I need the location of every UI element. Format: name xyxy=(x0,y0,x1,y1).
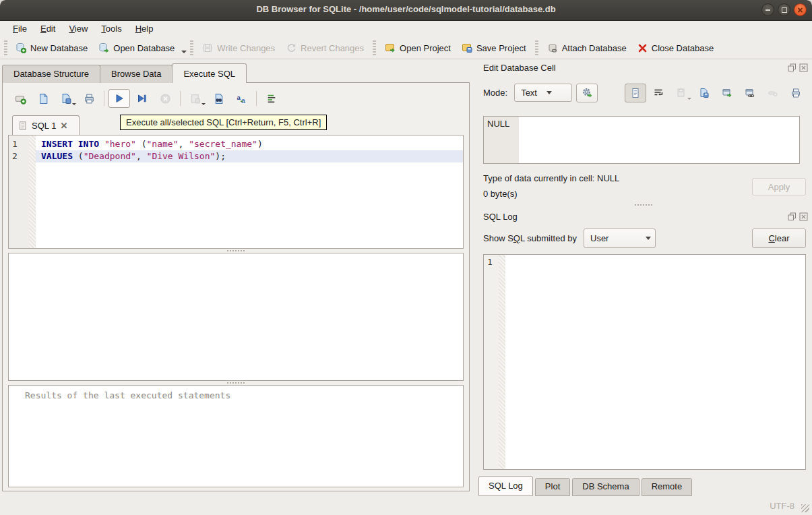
open-external-icon xyxy=(722,88,732,98)
copy-link-button[interactable] xyxy=(739,84,761,102)
close-database-icon xyxy=(637,43,648,53)
word-wrap-icon xyxy=(653,88,664,98)
window-controls xyxy=(761,3,807,16)
sql-1-tab[interactable]: SQL 1 ✕ xyxy=(12,115,80,135)
mode-select[interactable]: Text xyxy=(514,84,572,102)
maximize-icon xyxy=(782,7,787,13)
auto-switch-mode-button[interactable] xyxy=(576,84,598,102)
menubar: File Edit View Tools Help xyxy=(0,21,812,36)
word-wrap-button[interactable] xyxy=(648,84,669,102)
save-results-button xyxy=(185,89,206,108)
text-mode-button[interactable] xyxy=(625,84,646,102)
dock-tab-bar: SQL Log Plot DB Schema Remote xyxy=(478,476,694,496)
minimize-button[interactable] xyxy=(761,3,774,16)
execute-all-button[interactable] xyxy=(108,89,130,108)
sql-toolbar-separator xyxy=(256,91,257,106)
open-sql-file-button[interactable] xyxy=(32,89,54,108)
format-sql-button[interactable] xyxy=(261,89,282,108)
resize-grip-icon[interactable] xyxy=(801,504,809,512)
mode-row: Mode: Text xyxy=(483,83,807,102)
edit-cell-dock-buttons xyxy=(788,63,808,72)
menu-edit[interactable]: Edit xyxy=(34,22,61,35)
sql-log-filter-row: Show SQL submitted by User Clear xyxy=(483,228,806,249)
close-database-button[interactable]: Close Database xyxy=(632,40,720,56)
set-null-button xyxy=(762,84,784,102)
new-sql-tab-button[interactable] xyxy=(9,89,31,108)
open-database-label: Open Database xyxy=(113,43,175,53)
open-project-button[interactable]: Open Project xyxy=(379,40,456,56)
find-button[interactable] xyxy=(208,89,229,108)
main-tab-bar: Database Structure Browse Data Execute S… xyxy=(2,64,246,83)
tab-sql-log[interactable]: SQL Log xyxy=(478,476,533,496)
write-changes-button: Write Changes xyxy=(197,40,280,56)
menu-tools[interactable]: Tools xyxy=(95,22,127,35)
edit-cell-title: Edit Database Cell xyxy=(483,63,556,73)
print-cell-button[interactable] xyxy=(785,84,807,102)
execution-log-pane[interactable]: Results of the last executed statements xyxy=(8,385,464,487)
mode-label: Mode: xyxy=(483,88,507,98)
toolbar-drag-handle[interactable] xyxy=(4,40,7,55)
import-icon xyxy=(676,88,687,98)
tab-database-structure[interactable]: Database Structure xyxy=(2,65,100,83)
sql-log-area[interactable]: 1 xyxy=(483,254,806,470)
close-icon[interactable] xyxy=(799,212,808,221)
tab-execute-sql[interactable]: Execute SQL xyxy=(172,63,247,83)
execute-current-line-button[interactable] xyxy=(131,89,153,108)
revert-changes-button: Revert Changes xyxy=(280,40,369,56)
results-grid-pane[interactable] xyxy=(8,253,464,381)
new-database-icon xyxy=(15,42,26,53)
new-tab-icon xyxy=(15,93,26,104)
menu-file[interactable]: File xyxy=(7,22,33,35)
main-vertical-splitter[interactable] xyxy=(470,62,475,493)
cell-value-editor[interactable]: NULL xyxy=(483,116,800,164)
print-icon xyxy=(84,93,95,104)
maximize-button[interactable] xyxy=(778,3,790,16)
tab-browse-data[interactable]: Browse Data xyxy=(100,65,173,83)
new-database-button[interactable]: New Database xyxy=(10,40,93,56)
gear-arrow-icon xyxy=(582,87,593,98)
open-database-button[interactable]: Open Database xyxy=(93,40,180,56)
stop-icon xyxy=(160,93,171,104)
submitted-by-select[interactable]: User xyxy=(584,229,656,248)
menu-view[interactable]: View xyxy=(63,22,94,35)
float-icon[interactable] xyxy=(788,212,797,221)
set-null-icon xyxy=(768,88,778,98)
attach-database-label: Attach Database xyxy=(562,43,627,53)
dock-splitter[interactable] xyxy=(475,202,812,208)
open-external-button[interactable] xyxy=(716,84,738,102)
auto-completion-button[interactable]: aa xyxy=(230,89,252,108)
filter-label: Show SQL submitted by xyxy=(483,233,577,243)
encoding-indicator[interactable]: UTF-8 xyxy=(770,501,794,511)
code-line-2: VALUES ("Deadpond", "Dive Wilson"); xyxy=(36,150,463,162)
new-database-label: New Database xyxy=(30,43,88,53)
tab-db-schema[interactable]: DB Schema xyxy=(572,478,639,496)
sql-editor[interactable]: 1 2 INSERT INTO "hero" ("name", "secret_… xyxy=(8,135,464,249)
open-project-label: Open Project xyxy=(400,43,451,53)
export-data-button[interactable] xyxy=(693,84,715,102)
open-database-icon xyxy=(98,42,109,53)
line-number: 2 xyxy=(9,150,29,162)
fold-margin xyxy=(499,255,505,469)
attach-database-button[interactable]: Attach Database xyxy=(542,40,632,56)
code-line-1: INSERT INTO "hero" ("name", "secret_name… xyxy=(36,138,463,150)
toolbar-separator xyxy=(535,40,538,55)
app-window: DB Browser for SQLite - /home/user/code/… xyxy=(0,0,812,515)
code-area[interactable]: INSERT INTO "hero" ("name", "secret_name… xyxy=(36,135,463,248)
float-icon[interactable] xyxy=(788,63,797,72)
save-file-icon xyxy=(61,93,72,104)
sql-tab-close-icon[interactable]: ✕ xyxy=(60,121,67,131)
close-icon[interactable] xyxy=(799,63,808,72)
submitted-by-value: User xyxy=(590,233,608,243)
save-sql-file-button[interactable] xyxy=(55,89,77,108)
tab-remote[interactable]: Remote xyxy=(642,478,693,496)
apply-button: Apply xyxy=(752,178,806,195)
svg-text:a: a xyxy=(237,93,241,100)
tab-plot[interactable]: Plot xyxy=(535,478,570,496)
open-database-dropdown-icon[interactable] xyxy=(181,51,187,53)
print-sql-button[interactable] xyxy=(78,89,100,108)
close-button[interactable] xyxy=(794,3,807,16)
save-project-button[interactable]: Save Project xyxy=(456,40,532,56)
menu-help[interactable]: Help xyxy=(129,22,160,35)
results-placeholder: Results of the last executed statements xyxy=(25,390,230,400)
clear-log-button[interactable]: Clear xyxy=(752,229,806,248)
